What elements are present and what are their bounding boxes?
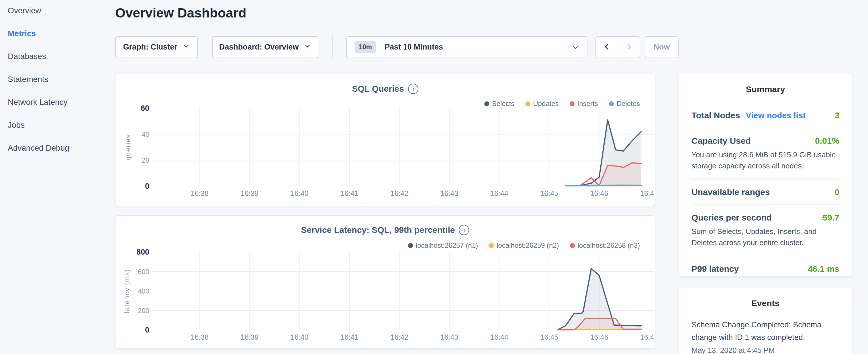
summary-row-label: P99 latency <box>691 264 739 274</box>
graph-dropdown[interactable]: Graph: Cluster <box>115 36 198 58</box>
chart-title: Service Latency: SQL, 99th percentile <box>301 225 455 235</box>
summary-row-value: 0.01% <box>815 136 839 146</box>
sql-queries-chart-card: SQL Queries i Selects Updates Inserts De… <box>115 74 655 206</box>
summary-row-p99-latency: P99 latency 46.1 ms <box>691 256 839 281</box>
x-axis-tick-label: 16:39 <box>241 189 259 197</box>
x-axis-tick-label: 16:40 <box>290 189 309 197</box>
event-message[interactable]: Schema Change Completed: Schema change w… <box>691 319 839 344</box>
dashboard-dropdown-label: Dashboard: Overview <box>219 43 299 52</box>
sidebar-item-statements[interactable]: Statements <box>8 74 49 84</box>
x-axis-tick-label: 16:39 <box>241 333 259 341</box>
x-axis-tick-label: 16:47 <box>640 189 655 197</box>
dashboard-dropdown[interactable]: Dashboard: Overview <box>212 36 318 58</box>
time-window-dropdown[interactable]: 10m Past 10 Minutes <box>346 36 587 58</box>
summary-row-capacity-used: Capacity Used 0.01% You are using 28.6 M… <box>691 128 839 180</box>
x-axis-tick-label: 16:42 <box>391 333 409 341</box>
sidebar-item-databases[interactable]: Databases <box>8 52 46 61</box>
overview-dashboard-page: Overview Metrics Databases Statements Ne… <box>0 0 868 354</box>
summary-row-label: Capacity Used <box>691 136 751 146</box>
info-icon[interactable]: i <box>408 84 418 94</box>
x-axis-tick-label: 16:45 <box>540 333 558 341</box>
service-latency-chart[interactable]: 16:3816:3916:4016:4116:4216:4316:4416:45… <box>116 246 655 350</box>
y-axis-unit-label: queries <box>124 134 132 161</box>
y-axis-tick-label: 0 <box>145 326 149 334</box>
next-time-button[interactable] <box>618 37 640 58</box>
sidebar: Overview Metrics Databases Statements Ne… <box>0 0 115 166</box>
summary-panel: Summary Total Nodes View nodes list 3 Ca… <box>679 74 852 277</box>
x-axis-tick-label: 16:44 <box>490 333 508 341</box>
now-button[interactable]: Now <box>645 36 679 58</box>
summary-row-label: Unavailable ranges <box>691 187 770 197</box>
chart-title-row: SQL Queries i <box>116 84 655 94</box>
summary-row-queries-per-second: Queries per second 59.7 Sum of Selects, … <box>691 205 839 256</box>
y-axis-tick-label: 200 <box>138 307 149 315</box>
chevron-left-icon <box>602 42 611 52</box>
prev-time-button[interactable] <box>596 37 618 58</box>
time-window-badge: 10m <box>355 41 376 53</box>
event-timestamp: May 13, 2020 at 4:45 PM <box>691 346 839 354</box>
y-axis-tick-label: 0 <box>145 182 149 190</box>
view-nodes-list-link[interactable]: View nodes list <box>746 111 806 120</box>
chevron-down-icon <box>571 43 580 54</box>
summary-row-value: 59.7 <box>823 213 839 223</box>
chart-title-row: Service Latency: SQL, 99th percentile i <box>116 225 655 235</box>
y-axis-tick-label: 400 <box>138 287 149 295</box>
chevron-down-icon <box>304 42 311 52</box>
y-axis-unit-label: latency (ms) <box>123 269 131 313</box>
x-axis-tick-label: 16:46 <box>590 333 608 341</box>
service-latency-chart-card: Service Latency: SQL, 99th percentile i … <box>115 215 655 349</box>
summary-row-label: Queries per second <box>691 213 772 223</box>
y-axis-tick-label: 60 <box>141 104 149 112</box>
series-line <box>566 186 641 186</box>
sidebar-item-overview[interactable]: Overview <box>8 6 41 15</box>
y-axis-tick-label: 40 <box>142 131 149 138</box>
x-axis-tick-label: 16:38 <box>191 333 209 341</box>
sidebar-item-metrics[interactable]: Metrics <box>8 29 36 38</box>
graph-dropdown-label: Graph: Cluster <box>123 43 177 52</box>
sidebar-item-advanced-debug[interactable]: Advanced Debug <box>8 143 69 153</box>
events-title: Events <box>691 298 839 308</box>
sidebar-item-jobs[interactable]: Jobs <box>8 120 25 130</box>
summary-row-total-nodes: Total Nodes View nodes list 3 <box>691 103 839 128</box>
summary-row-label: Total Nodes <box>691 110 740 120</box>
x-axis-tick-label: 16:40 <box>290 333 309 341</box>
y-axis-tick-label: 800 <box>136 248 149 256</box>
summary-row-value: 0 <box>834 187 839 197</box>
chart-title: SQL Queries <box>352 84 404 94</box>
sidebar-item-network-latency[interactable]: Network Latency <box>8 97 68 107</box>
page-title: Overview Dashboard <box>115 5 246 21</box>
events-panel: Events Schema Change Completed: Schema c… <box>679 288 852 354</box>
info-icon[interactable]: i <box>459 225 469 235</box>
x-axis-tick-label: 16:47 <box>640 333 655 341</box>
time-window-label: Past 10 Minutes <box>384 43 443 52</box>
summary-row-unavailable-ranges: Unavailable ranges 0 <box>691 180 839 205</box>
summary-row-value: 3 <box>834 110 839 120</box>
x-axis-tick-label: 16:43 <box>440 333 459 341</box>
x-axis-tick-label: 16:46 <box>590 189 608 197</box>
chevron-down-icon <box>183 42 190 52</box>
x-axis-tick-label: 16:42 <box>391 189 409 197</box>
x-axis-tick-label: 16:43 <box>440 189 459 197</box>
summary-row-value: 46.1 ms <box>808 264 839 274</box>
x-axis-tick-label: 16:44 <box>490 189 508 197</box>
time-pager <box>595 36 640 58</box>
summary-row-description: You are using 28.6 MiB of 515.9 GiB usab… <box>691 149 839 171</box>
chevron-right-icon <box>625 42 633 52</box>
x-axis-tick-label: 16:45 <box>540 189 558 197</box>
controls-divider <box>333 36 333 58</box>
y-axis-tick-label: 600 <box>138 268 149 276</box>
summary-rows: Total Nodes View nodes list 3 Capacity U… <box>691 103 839 281</box>
summary-title: Summary <box>691 85 839 94</box>
sql-queries-chart[interactable]: 16:3816:3916:4016:4116:4216:4316:4416:45… <box>116 104 655 200</box>
x-axis-tick-label: 16:41 <box>340 189 359 197</box>
summary-row-description: Sum of Selects, Updates, Inserts, and De… <box>691 226 839 248</box>
y-axis-tick-label: 20 <box>142 156 149 164</box>
x-axis-tick-label: 16:38 <box>191 189 209 197</box>
x-axis-tick-label: 16:41 <box>340 333 359 341</box>
